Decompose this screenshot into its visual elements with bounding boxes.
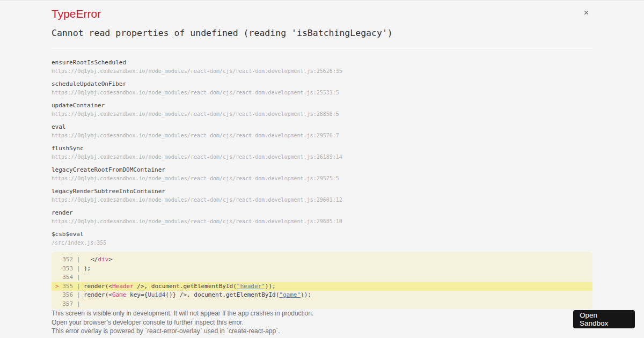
- footer-line: Open your browser’s developer console to…: [52, 319, 592, 326]
- stack-trace: ensureRootIsScheduledhttps://0q1ybj.code…: [52, 59, 592, 246]
- stack-frame-location: https://0q1ybj.codesandbox.io/node_modul…: [52, 197, 592, 203]
- code-line: 352 | </div>: [52, 255, 592, 264]
- stack-frame: ensureRootIsScheduledhttps://0q1ybj.code…: [52, 59, 592, 75]
- stack-frame-location: https://0q1ybj.codesandbox.io/node_modul…: [52, 133, 592, 139]
- code-token: render(<: [84, 283, 112, 290]
- code-line: 357 |: [52, 300, 592, 309]
- code-line-marker: >: [55, 283, 62, 290]
- footer-line: This error overlay is powered by `react-…: [52, 328, 592, 335]
- close-icon[interactable]: ×: [584, 9, 589, 17]
- code-line: > 355 | render(<Header />, document.getE…: [52, 282, 592, 291]
- code-token: </: [84, 256, 98, 263]
- stack-frame-location: https://0q1ybj.codesandbox.io/node_modul…: [52, 218, 592, 225]
- footer-notes: This screen is visible only in developme…: [52, 310, 592, 335]
- code-token: render(<: [84, 291, 112, 298]
- error-message: Cannot read properties of undefined (rea…: [52, 28, 592, 38]
- stack-frame-location: https://0q1ybj.codesandbox.io/node_modul…: [52, 90, 592, 96]
- open-sandbox-button[interactable]: Open Sandbox: [573, 310, 635, 328]
- code-line-number: 353 |: [62, 265, 84, 272]
- code-token: ));: [301, 291, 311, 298]
- divider: [52, 49, 592, 49]
- error-title: TypeError: [52, 8, 592, 20]
- stack-frame-function: eval: [52, 123, 592, 130]
- stack-frame-function: scheduleUpdateOnFiber: [52, 80, 592, 87]
- code-token: );: [84, 265, 91, 272]
- stack-frame-location: https://0q1ybj.codesandbox.io/node_modul…: [52, 68, 592, 75]
- stack-frame-function: ensureRootIsScheduled: [52, 59, 592, 66]
- stack-frame: renderhttps://0q1ybj.codesandbox.io/node…: [52, 209, 592, 225]
- code-line-number: 356 |: [62, 291, 84, 298]
- code-token: "header": [237, 283, 265, 290]
- stack-frame-location: https://0q1ybj.codesandbox.io/node_modul…: [52, 154, 592, 160]
- code-token: >: [108, 256, 112, 263]
- code-token: ()} />, document.getElementById(: [165, 291, 279, 298]
- stack-frame-location: /src/index.js:355: [52, 240, 592, 246]
- stack-frame: $csb$eval/src/index.js:355: [52, 231, 592, 246]
- code-line: 353 | );: [52, 264, 592, 274]
- footer-line: This screen is visible only in developme…: [52, 310, 592, 317]
- stack-frame-function: legacyRenderSubtreeIntoContainer: [52, 188, 592, 195]
- stack-frame-function: updateContainer: [52, 102, 592, 109]
- stack-frame-location: https://0q1ybj.codesandbox.io/node_modul…: [52, 111, 592, 117]
- code-token: key={: [126, 291, 148, 298]
- stack-frame-function: $csb$eval: [52, 231, 592, 238]
- code-token: />, document.getElementById(: [134, 283, 237, 290]
- stack-frame-function: legacyCreateRootFromDOMContainer: [52, 166, 592, 173]
- code-line-marker: [55, 256, 62, 263]
- code-token: "game": [279, 291, 301, 298]
- code-line-marker: [55, 300, 62, 307]
- stack-frame-function: flushSync: [52, 145, 592, 152]
- stack-frame: legacyCreateRootFromDOMContainerhttps://…: [52, 166, 592, 182]
- code-token: div: [98, 256, 109, 263]
- code-token: Header: [112, 283, 134, 290]
- stack-frame: flushSynchttps://0q1ybj.codesandbox.io/n…: [52, 145, 592, 160]
- code-line-number: 355 |: [62, 283, 84, 290]
- code-line-number: 354 |: [62, 274, 84, 281]
- stack-frame-function: render: [52, 209, 592, 216]
- code-token: ));: [265, 283, 276, 290]
- stack-frame-location: https://0q1ybj.codesandbox.io/node_modul…: [52, 175, 592, 182]
- code-line: 354 |: [52, 273, 592, 282]
- code-line-number: 352 |: [62, 256, 84, 263]
- code-line-marker: [55, 291, 62, 298]
- stack-frame: updateContainerhttps://0q1ybj.codesandbo…: [52, 102, 592, 117]
- code-line-marker: [55, 274, 62, 281]
- code-token: Game: [112, 291, 127, 298]
- stack-frame: scheduleUpdateOnFiberhttps://0q1ybj.code…: [52, 80, 592, 96]
- code-line: 356 | render(<Game key={Uuid4()} />, doc…: [52, 291, 592, 300]
- code-frame: 352 | </div> 353 | ); 354 | > 355 | rend…: [52, 252, 592, 309]
- code-line-marker: [55, 265, 62, 272]
- stack-frame: evalhttps://0q1ybj.codesandbox.io/node_m…: [52, 123, 592, 139]
- code-line-number: 357 |: [62, 300, 84, 307]
- error-overlay: × TypeError Cannot read properties of un…: [0, 0, 644, 338]
- stack-frame: legacyRenderSubtreeIntoContainerhttps://…: [52, 188, 592, 203]
- code-token: Uuid4: [148, 291, 165, 298]
